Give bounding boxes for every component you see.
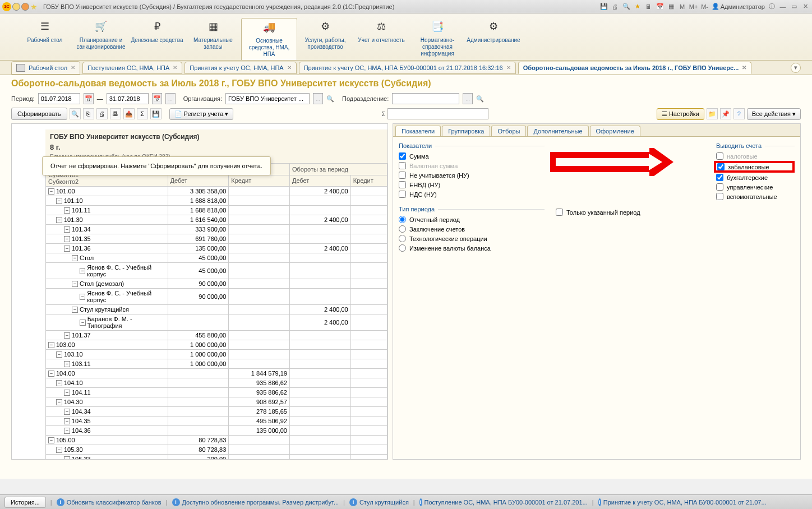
nav-reference[interactable]: 📑Нормативно-справочная информация [409,18,465,60]
table-row[interactable]: −Стул крутящийся2 400,00 [46,305,387,314]
calc-icon[interactable]: 🖩 [644,2,653,11]
tab-additional[interactable]: Дополнительные [527,126,588,136]
table-row[interactable]: −104.001 844 579,19 [46,369,387,378]
indicator-checkbox[interactable]: НДС (НУ) [399,191,545,198]
account-checkbox[interactable]: вспомогательные [716,193,795,200]
table-row[interactable]: −105.3080 728,83 [46,445,387,455]
tree-toggle-icon[interactable]: − [80,320,86,326]
dept-select-button[interactable]: ... [463,93,473,104]
window-button-icon[interactable] [12,3,20,11]
folder-button[interactable]: 📁 [707,108,718,119]
tree-toggle-icon[interactable]: − [64,246,70,252]
tree-toggle-icon[interactable]: − [64,332,70,339]
tree-toggle-icon[interactable]: − [80,294,85,300]
tree-toggle-icon[interactable]: − [80,268,85,274]
tree-toggle-icon[interactable]: − [72,281,78,287]
org-select-button[interactable]: ... [313,93,323,104]
tree-toggle-icon[interactable]: − [48,437,54,443]
table-row[interactable]: −Яснов Ф. С. - Учебный корпус45 000,00 [46,263,387,279]
tree-toggle-icon[interactable]: − [64,361,70,367]
sb-link-chair[interactable]: iСтул крутящийся [349,498,409,506]
indicator-checkbox[interactable]: Сумма [399,152,545,160]
tree-toggle-icon[interactable]: − [48,371,54,377]
table-row[interactable]: −104.10935 886,62 [46,378,387,388]
table-row[interactable]: −101.37455 880,00 [46,331,387,340]
info-icon[interactable]: ⓘ [767,2,776,11]
tree-toggle-icon[interactable]: − [72,307,78,313]
table-row[interactable]: −Баранов Ф. М. - Типография2 400,00 [46,314,387,331]
save-icon[interactable]: 💾 [599,2,608,11]
tree-toggle-icon[interactable]: − [64,236,70,242]
account-checkbox[interactable]: налоговые [716,152,795,160]
tree-toggle-icon[interactable]: − [56,351,62,358]
tab-close-icon[interactable]: ✕ [173,64,177,71]
sb-link-acceptance[interactable]: iПринятие к учету ОС, НМА, НПА БУ00-0000… [598,498,767,506]
table-row[interactable]: −101.36135 000,002 400,00 [46,244,387,253]
tab-close-icon[interactable]: ✕ [287,64,292,71]
tree-toggle-icon[interactable]: − [64,390,70,396]
tab-desktop[interactable]: Рабочий стол✕ [11,61,80,75]
tree-toggle-icon[interactable]: − [48,342,54,348]
tree-toggle-icon[interactable]: − [56,217,62,223]
table-row[interactable]: −103.101 000 000,00 [46,350,387,359]
periodtype-radio[interactable]: Технологические операции [399,235,545,242]
tree-toggle-icon[interactable]: − [64,226,70,233]
only-specified-checkbox[interactable]: Только указанный период [556,209,668,216]
table-row[interactable]: −101.101 688 818,00 [46,196,387,206]
tree-toggle-icon[interactable]: − [48,188,54,195]
print2-button[interactable]: 🖶 [110,108,121,119]
user-indicator[interactable]: 👤 Администратор [712,3,765,10]
save-button[interactable]: 💾 [150,108,162,119]
period-to-input[interactable] [107,93,149,104]
preview-icon[interactable]: 🔍 [622,2,631,11]
search-icon[interactable]: 🔍 [476,95,484,103]
mplus-label[interactable]: M+ [689,2,698,11]
dept-input[interactable] [392,93,459,104]
tab-acceptance-doc[interactable]: Принятие к учету ОС, НМА, НПА БУ00-00000… [299,62,516,74]
register-button[interactable]: 📄 Регистр учета ▾ [169,108,234,120]
export-button[interactable]: 📤 [123,108,135,119]
favorites-icon[interactable]: ★ [633,2,642,11]
all-actions-button[interactable]: Все действия ▾ [747,108,801,120]
sum-field[interactable] [387,108,488,119]
maximize-icon[interactable]: ▭ [790,2,799,11]
table-row[interactable]: −101.003 305 358,002 400,00 [46,187,387,196]
table-row[interactable]: −Стол (демозал)90 000,00 [46,279,387,289]
sb-link-update[interactable]: iДоступно обновление программы. Размер д… [172,498,339,506]
tree-toggle-icon[interactable]: − [56,380,62,386]
calendar-from-button[interactable]: 📅 [84,93,94,104]
indicator-checkbox[interactable]: ЕНВД (НУ) [399,181,545,188]
tab-acceptance-list[interactable]: Принятия к учету ОС, НМА, НПА✕ [184,62,296,74]
tabs-menu-icon[interactable]: ▾ [791,63,801,73]
account-checkbox[interactable]: управленческие [716,183,795,191]
table-row[interactable]: −101.35691 760,00 [46,234,387,244]
nav-fixed-assets[interactable]: 🚚Основные средства, НМА, НПА [241,18,297,60]
settings-button[interactable]: ☰ Настройки [657,108,704,120]
window-button-icon[interactable] [21,3,29,11]
form-button[interactable]: Сформировать [11,108,67,120]
indicator-checkbox[interactable]: Не учитывается (НУ) [399,172,545,179]
help-button[interactable]: ? [733,108,745,119]
periodtype-radio[interactable]: Изменение валюты баланса [399,244,545,252]
print-icon[interactable]: 🖨 [611,2,620,11]
tree-toggle-icon[interactable]: − [72,255,78,261]
search-icon[interactable]: 🔍 [326,95,334,103]
tab-indicators[interactable]: Показатели [395,126,441,136]
tree-toggle-icon[interactable]: − [64,207,70,214]
nav-cash[interactable]: ₽Денежные средства [129,18,185,60]
sb-link-banks[interactable]: iОбновить классификатор банков [57,498,162,506]
account-checkbox[interactable]: забалансовые [714,161,795,173]
table-row[interactable]: −101.111 688 818,00 [46,206,387,215]
tree-toggle-icon[interactable]: − [64,428,70,434]
table-row[interactable]: −104.30908 692,57 [46,397,387,407]
mminus-label[interactable]: M- [700,2,709,11]
tab-receipts[interactable]: Поступления ОС, НМА, НПА✕ [82,62,182,74]
nav-planning[interactable]: 🛒Планирование и санкционирование [73,18,129,60]
tab-filters[interactable]: Отборы [491,126,526,136]
tab-close-icon[interactable]: ✕ [742,64,746,71]
tab-grouping[interactable]: Группировка [442,126,490,136]
close-icon[interactable]: ✕ [801,2,810,11]
tree-toggle-icon[interactable]: − [56,399,62,405]
nav-desktop[interactable]: ☰Рабочий стол [17,18,73,60]
tree-toggle-icon[interactable]: − [64,409,70,415]
